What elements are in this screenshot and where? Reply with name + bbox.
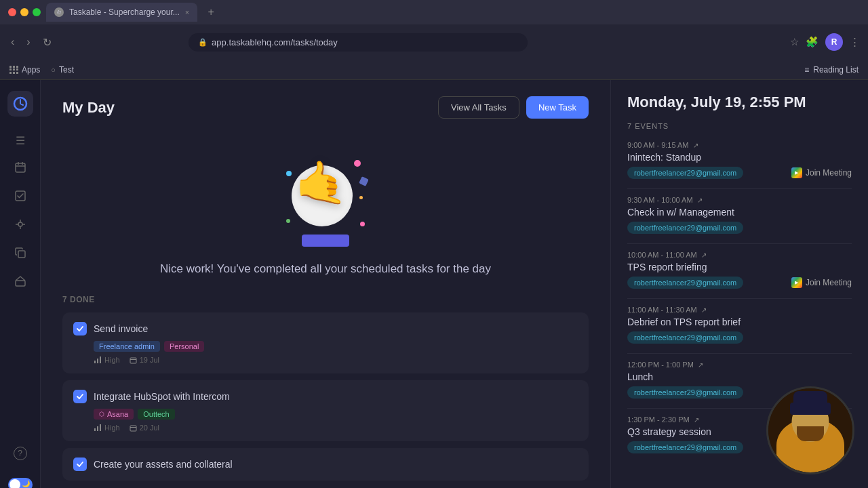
priority-icon xyxy=(94,356,102,364)
fullscreen-window-btn[interactable] xyxy=(33,8,41,16)
event-title: Lunch xyxy=(627,371,852,382)
priority-indicator: High xyxy=(94,356,120,364)
event-title: Check in w/ Management xyxy=(627,207,852,218)
back-button[interactable]: ‹ xyxy=(8,33,17,51)
copy-icon xyxy=(14,247,26,262)
sidebar-bottom: ? 🌙 xyxy=(7,441,33,488)
apps-grid-icon xyxy=(9,66,18,74)
join-meeting-button[interactable]: ▶ Join Meeting xyxy=(791,277,852,288)
apps-bookmark[interactable]: Apps xyxy=(9,65,40,75)
security-icon: 🔒 xyxy=(198,38,208,47)
event-item: 10:00 AM - 11:00 AM ↗ TPS report briefin… xyxy=(627,251,852,289)
sidebar-item-tasks[interactable] xyxy=(7,184,33,210)
event-time-text: 1:30 PM - 2:30 PM xyxy=(627,415,690,424)
event-time: 10:00 AM - 11:00 AM ↗ xyxy=(627,251,852,259)
priority-value: High xyxy=(104,424,120,432)
task-checkbox-1[interactable] xyxy=(73,322,87,336)
task-checkbox-3[interactable] xyxy=(73,458,87,471)
task-checkbox-2[interactable] xyxy=(73,390,87,403)
sparkle-1 xyxy=(354,160,361,167)
event-attendee-pill[interactable]: robertfreelancer29@gmail.com xyxy=(627,277,743,289)
external-link-icon[interactable]: ↗ xyxy=(698,361,703,369)
checkmark-icon xyxy=(76,460,84,468)
apps-label: Apps xyxy=(22,65,40,75)
toolbar-right: ☆ 🧩 R ⋮ xyxy=(790,33,860,51)
view-all-tasks-button[interactable]: View All Tasks xyxy=(438,96,519,119)
task-tag-personal[interactable]: Personal xyxy=(164,341,204,352)
external-link-icon[interactable]: ↗ xyxy=(701,306,707,314)
external-link-icon[interactable]: ↗ xyxy=(694,416,699,424)
main-content: My Day View All Tasks New Task 🤙 xyxy=(41,80,610,488)
event-time-text: 12:00 PM - 1:00 PM xyxy=(627,361,694,369)
task-tag-outtech[interactable]: Outtech xyxy=(138,409,175,420)
svg-point-6 xyxy=(18,222,22,226)
event-attendee-pill[interactable]: robertfreelancer29@gmail.com xyxy=(627,331,743,344)
test-bookmark[interactable]: ○ Test xyxy=(51,65,74,75)
event-title: TPS report briefing xyxy=(627,262,852,272)
svg-rect-21 xyxy=(130,426,136,431)
task-header: Send invoice xyxy=(73,322,578,336)
join-meeting-button[interactable]: ▶ Join Meeting xyxy=(791,167,852,178)
external-link-icon[interactable]: ↗ xyxy=(693,142,698,149)
new-tab-button[interactable]: + xyxy=(203,4,219,20)
forward-button[interactable]: › xyxy=(24,33,33,51)
sidebar-item-menu[interactable]: ☰ xyxy=(7,127,33,153)
task-name-2: Integrate HubSpot with Intercom xyxy=(94,391,230,402)
cap-top xyxy=(793,391,827,408)
sidebar-item-copy[interactable] xyxy=(7,241,33,267)
reload-button[interactable]: ↻ xyxy=(40,33,54,52)
tab-title: Taskable - Supercharge your... xyxy=(69,7,180,17)
user-avatar[interactable]: R xyxy=(825,33,843,51)
reading-list-button[interactable]: ≡ Reading List xyxy=(804,65,859,75)
address-bar[interactable]: 🔒 app.taskablehq.com/tasks/today xyxy=(189,33,528,52)
url-display: app.taskablehq.com/tasks/today xyxy=(212,37,338,47)
tasks-icon xyxy=(14,190,26,205)
close-window-btn[interactable] xyxy=(8,8,16,16)
new-task-button[interactable]: New Task xyxy=(526,96,589,119)
event-divider xyxy=(627,243,852,244)
event-attendee-pill[interactable]: robertfreelancer29@gmail.com xyxy=(627,222,743,234)
sidebar-item-help[interactable]: ? xyxy=(7,441,33,466)
sidebar-item-integrations[interactable] xyxy=(7,213,33,239)
moon-icon: 🌙 xyxy=(22,480,30,487)
event-attendee-pill[interactable]: robertfreelancer29@gmail.com xyxy=(627,441,743,453)
header-actions: View All Tasks New Task xyxy=(438,96,589,119)
completion-illustration: 🤙 xyxy=(271,148,380,257)
events-count: 7 EVENTS xyxy=(627,122,852,130)
task-date-2: 20 Jul xyxy=(140,424,159,432)
more-menu-icon[interactable]: ⋮ xyxy=(850,36,860,48)
calendar-small-icon xyxy=(130,357,137,364)
sparkle-4 xyxy=(359,176,369,186)
tab-close-btn[interactable]: × xyxy=(185,8,189,16)
event-actions: robertfreelancer29@gmail.com ▶ Join Meet… xyxy=(627,277,852,289)
theme-toggle[interactable]: 🌙 xyxy=(8,478,33,488)
page-title: My Day xyxy=(62,99,115,117)
bookmark-star-icon[interactable]: ☆ xyxy=(790,36,799,48)
event-attendee-pill[interactable]: robertfreelancer29@gmail.com xyxy=(627,167,743,179)
logo-icon xyxy=(13,96,28,111)
sidebar-item-inbox[interactable] xyxy=(7,270,33,296)
task-tag-asana[interactable]: ⬡ Asana xyxy=(94,409,134,420)
external-link-icon[interactable]: ↗ xyxy=(697,197,703,204)
toggle-knob xyxy=(9,479,20,488)
task-tags-2: ⬡ Asana Outtech xyxy=(94,409,578,420)
event-title: Debrief on TPS report brief xyxy=(627,317,852,327)
sidebar-item-theme-toggle[interactable]: 🌙 xyxy=(7,472,33,488)
hand-emoji: 🤙 xyxy=(295,162,347,204)
checkmark-icon xyxy=(76,392,84,401)
task-date-1: 19 Jul xyxy=(140,356,159,364)
external-link-icon[interactable]: ↗ xyxy=(701,251,707,259)
event-attendee-pill[interactable]: robertfreelancer29@gmail.com xyxy=(627,386,743,399)
sidebar-item-calendar[interactable] xyxy=(7,156,33,182)
minimize-window-btn[interactable] xyxy=(20,8,28,16)
extensions-icon[interactable]: 🧩 xyxy=(806,36,818,48)
sparkle-5 xyxy=(286,219,290,223)
current-date: Monday, July 19, 2:55 PM xyxy=(627,94,852,111)
sparkle-6 xyxy=(359,196,363,199)
active-tab[interactable]: ⏱ Taskable - Supercharge your... × xyxy=(46,3,197,22)
event-actions: robertfreelancer29@gmail.com ▶ Join Meet… xyxy=(627,167,852,179)
event-time-text: 10:00 AM - 11:00 AM xyxy=(627,251,697,259)
task-tag-freelance[interactable]: Freelance admin xyxy=(94,341,160,352)
sidebar-logo[interactable] xyxy=(7,91,33,117)
event-title: Inintech: Standup xyxy=(627,152,852,163)
